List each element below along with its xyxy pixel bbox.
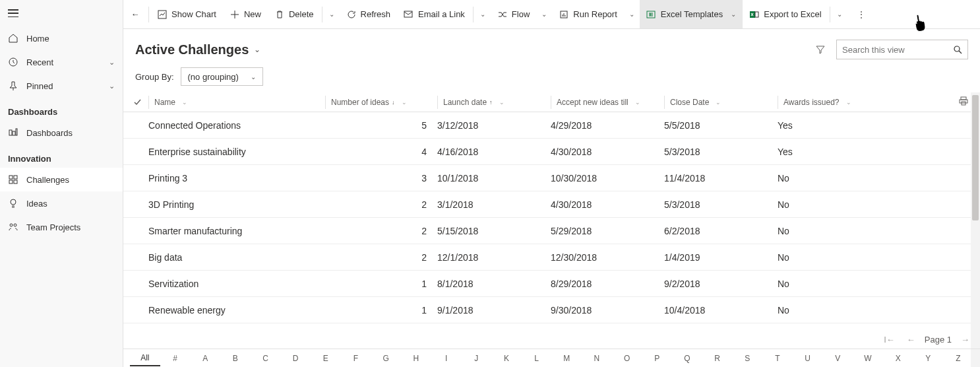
- alpha-y[interactable]: Y: [913, 351, 943, 366]
- table-row[interactable]: Renewable energy19/1/20189/30/201810/4/2…: [123, 297, 980, 323]
- column-number-of-ideas[interactable]: Number of ideas↓⌄: [325, 96, 437, 109]
- print-icon[interactable]: [959, 96, 968, 106]
- nav-team-projects[interactable]: Team Projects: [0, 215, 123, 239]
- clock-icon: [8, 57, 18, 67]
- nav-section-innovation: Innovation: [0, 145, 123, 168]
- alpha-c[interactable]: C: [251, 351, 281, 366]
- nav-ideas[interactable]: Ideas: [0, 191, 123, 215]
- report-icon: [559, 9, 569, 20]
- alpha-x[interactable]: X: [883, 351, 913, 366]
- table-row[interactable]: Big data212/1/201812/30/20181/4/2019No: [123, 244, 980, 271]
- alpha-all[interactable]: All: [130, 350, 160, 366]
- cell-close-date: 1/4/2019: [664, 252, 778, 263]
- cell-name: Enterprise sustainability: [148, 147, 325, 157]
- alpha-w[interactable]: W: [853, 351, 883, 366]
- scrollbar[interactable]: [971, 92, 980, 367]
- table-row[interactable]: 3D Printing23/1/20184/30/20185/3/2018No: [123, 191, 980, 218]
- groupby-value: (no grouping): [188, 72, 239, 82]
- table-row[interactable]: Connected Operations53/12/20184/29/20185…: [123, 112, 980, 139]
- dashboard-icon: [8, 127, 18, 138]
- cell-close-date: 5/3/2018: [664, 147, 778, 157]
- run-report-dropdown[interactable]: ⌄: [624, 0, 640, 28]
- alpha-u[interactable]: U: [793, 351, 823, 366]
- alpha-d[interactable]: D: [280, 351, 311, 366]
- view-header: Active Challenges ⌄: [123, 29, 980, 63]
- column-awards-issued[interactable]: Awards issued?⌄: [778, 96, 883, 109]
- alpha-h[interactable]: H: [401, 351, 431, 366]
- cell-awards: No: [778, 173, 883, 184]
- table-row[interactable]: Smarter manufacturing25/15/20185/29/2018…: [123, 218, 980, 244]
- alpha-r[interactable]: R: [702, 351, 733, 366]
- pager-first[interactable]: I←: [881, 335, 898, 345]
- table-row[interactable]: Servitization18/1/20188/29/20189/2/2018N…: [123, 271, 980, 297]
- excel-templates-button[interactable]: Excel Templates ⌄: [640, 0, 743, 28]
- email-dropdown[interactable]: ⌄: [475, 0, 491, 28]
- search-box[interactable]: [836, 40, 968, 59]
- alpha-o[interactable]: O: [612, 351, 642, 366]
- alpha-m[interactable]: M: [551, 351, 582, 366]
- alpha-z[interactable]: Z: [943, 351, 973, 366]
- delete-button[interactable]: Delete: [268, 0, 321, 28]
- svg-point-10: [14, 224, 16, 226]
- hamburger-button[interactable]: [0, 0, 26, 26]
- alpha-l[interactable]: L: [522, 351, 552, 366]
- cell-number-of-ideas: 1: [325, 279, 437, 289]
- nav-pinned[interactable]: Pinned ⌄: [0, 74, 123, 98]
- alpha-t[interactable]: T: [762, 351, 793, 366]
- new-button[interactable]: New: [223, 0, 268, 28]
- table-row[interactable]: Enterprise sustainability44/16/20184/30/…: [123, 139, 980, 165]
- alpha-q[interactable]: Q: [672, 351, 702, 366]
- select-all-checkbox[interactable]: [133, 98, 148, 107]
- search-input[interactable]: [842, 45, 953, 55]
- column-accept-new-ideas-till[interactable]: Accept new ideas till⌄: [551, 96, 664, 109]
- pager-next[interactable]: →: [958, 335, 972, 345]
- flow-icon: [497, 9, 508, 20]
- export-excel-button[interactable]: Export to Excel: [743, 0, 828, 28]
- alpha-v[interactable]: V: [822, 351, 853, 366]
- show-chart-button[interactable]: Show Chart: [150, 0, 223, 28]
- chevron-down-icon: ⌄: [635, 99, 640, 106]
- alpha-g[interactable]: G: [371, 351, 401, 366]
- groupby-select[interactable]: (no grouping) ⌄: [181, 67, 263, 86]
- nav-dashboards[interactable]: Dashboards: [0, 121, 123, 145]
- alpha-s[interactable]: S: [732, 351, 762, 366]
- alpha-#[interactable]: #: [160, 351, 191, 366]
- nav-challenges[interactable]: Challenges: [0, 168, 123, 191]
- alpha-e[interactable]: E: [311, 351, 341, 366]
- column-name[interactable]: Name⌄: [148, 96, 325, 109]
- alpha-a[interactable]: A: [190, 351, 220, 366]
- cell-launch-date: 3/12/2018: [437, 120, 551, 131]
- delete-dropdown[interactable]: ⌄: [324, 0, 340, 28]
- alpha-i[interactable]: I: [431, 351, 462, 366]
- cell-close-date: 10/4/2018: [664, 305, 778, 316]
- refresh-button[interactable]: Refresh: [340, 0, 398, 28]
- email-link-button[interactable]: Email a Link: [397, 0, 472, 28]
- flow-button[interactable]: Flow: [491, 0, 536, 28]
- view-title[interactable]: Active Challenges: [135, 42, 249, 57]
- grid: Name⌄ Number of ideas↓⌄ Launch date↑⌄ Ac…: [123, 92, 980, 367]
- filter-button[interactable]: [815, 44, 826, 55]
- alpha-k[interactable]: K: [491, 351, 522, 366]
- nav-recent[interactable]: Recent ⌄: [0, 50, 123, 74]
- column-launch-date[interactable]: Launch date↑⌄: [437, 96, 551, 109]
- alpha-p[interactable]: P: [642, 351, 672, 366]
- chevron-down-icon: ⌄: [109, 58, 115, 67]
- pager-prev[interactable]: ←: [904, 335, 918, 345]
- scrollbar-thumb[interactable]: [972, 95, 979, 220]
- cell-awards: No: [778, 305, 883, 316]
- export-excel-dropdown[interactable]: ⌄: [832, 0, 847, 28]
- more-commands-button[interactable]: ⋮: [847, 0, 876, 28]
- table-row[interactable]: Printing 3310/1/201810/30/201811/4/2018N…: [123, 165, 980, 191]
- alpha-n[interactable]: N: [582, 351, 612, 366]
- svg-point-8: [11, 199, 16, 205]
- chevron-down-icon[interactable]: ⌄: [254, 45, 260, 54]
- column-close-date[interactable]: Close Date⌄: [664, 96, 778, 109]
- run-report-button[interactable]: Run Report: [552, 0, 623, 28]
- svg-point-17: [954, 46, 960, 51]
- back-button[interactable]: ←: [123, 0, 147, 28]
- flow-dropdown[interactable]: ⌄: [536, 0, 552, 28]
- nav-home[interactable]: Home: [0, 26, 123, 50]
- alpha-f[interactable]: F: [341, 351, 371, 366]
- alpha-j[interactable]: J: [461, 351, 491, 366]
- alpha-b[interactable]: B: [220, 351, 251, 366]
